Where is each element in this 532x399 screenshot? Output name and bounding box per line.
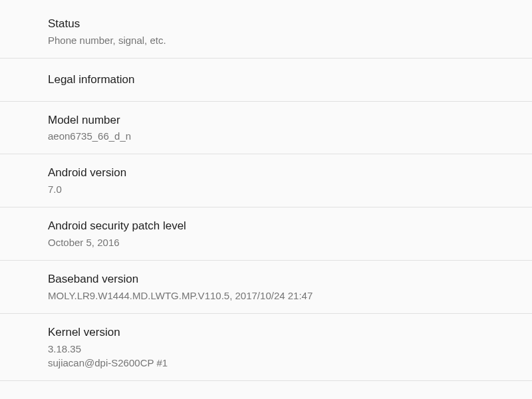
setting-subtitle: MOLY.LR9.W1444.MD.LWTG.MP.V110.5, 2017/1… (48, 289, 521, 303)
setting-item-security-patch-level[interactable]: Android security patch level October 5, … (0, 207, 532, 261)
setting-item-baseband-version[interactable]: Baseband version MOLY.LR9.W1444.MD.LWTG.… (0, 261, 532, 314)
setting-subtitle: Phone number, signal, etc. (48, 33, 521, 47)
setting-item-status[interactable]: Status Phone number, signal, etc. (0, 5, 532, 59)
setting-title: Android version (48, 165, 521, 181)
setting-title: Kernel version (48, 325, 521, 340)
setting-item-kernel-version[interactable]: Kernel version 3.18.35 sujiacan@dpi-S260… (0, 314, 532, 381)
setting-item-model-number[interactable]: Model number aeon6735_66_d_n (0, 102, 532, 155)
setting-subtitle: October 5, 2016 (48, 235, 521, 249)
setting-subtitle: 7.0 (48, 182, 521, 196)
setting-item-legal-information[interactable]: Legal information (0, 59, 532, 102)
setting-title: Baseband version (48, 271, 521, 287)
setting-subtitle: aeon6735_66_d_n (48, 129, 521, 143)
setting-title: Model number (48, 112, 521, 128)
setting-title: Legal information (48, 69, 521, 90)
setting-subtitle-line2: sujiacan@dpi-S2600CP #1 (48, 356, 521, 370)
about-phone-settings-list: Status Phone number, signal, etc. Legal … (0, 0, 532, 381)
setting-item-android-version[interactable]: Android version 7.0 (0, 154, 532, 207)
setting-title: Status (48, 16, 521, 32)
setting-title: Android security patch level (48, 218, 521, 234)
setting-subtitle: 3.18.35 (48, 342, 521, 356)
